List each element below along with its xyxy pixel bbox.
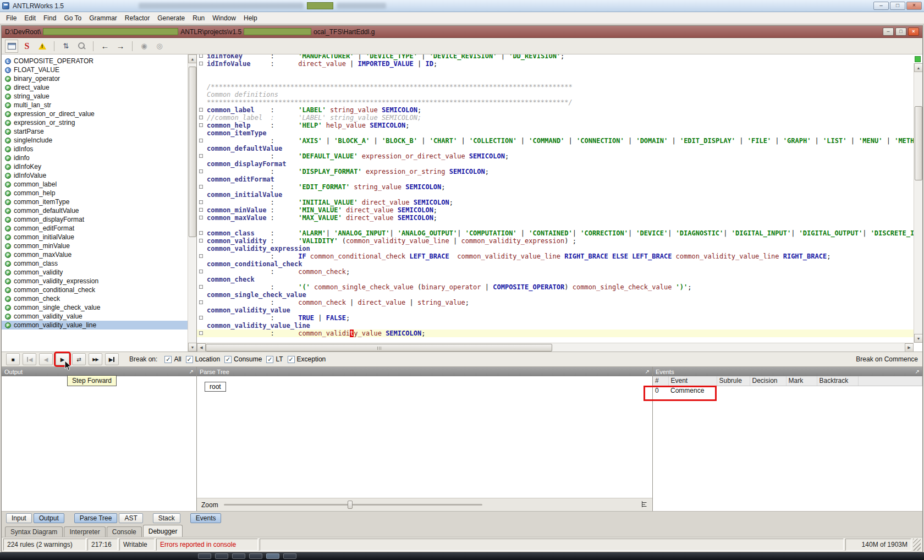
breakpoint-marker[interactable] [199, 123, 203, 127]
tree-layout-icon[interactable] [641, 501, 648, 509]
rule-item-direct-value[interactable]: Pdirect_value [2, 83, 188, 92]
breakpoint-marker[interactable] [199, 185, 203, 189]
breakpoint-marker[interactable] [199, 62, 203, 65]
scroll-down-icon[interactable]: ▼ [914, 334, 922, 343]
rule-item-idinfo[interactable]: Pidinfo [2, 153, 188, 162]
rule-item-startparse[interactable]: PstartParse [2, 127, 188, 136]
breakpoint-marker[interactable] [199, 169, 203, 173]
rule-item-common-validity-expression[interactable]: Pcommon_validity_expression [2, 277, 188, 286]
tab-stack[interactable]: Stack [153, 513, 180, 523]
rule-item-expression-or-string[interactable]: Pexpression_or_string [2, 118, 188, 127]
breakpoint-marker[interactable] [199, 331, 203, 335]
scroll-down-icon[interactable]: ▼ [188, 343, 197, 352]
rule-list[interactable]: LCOMPOSITE_OPERATORLFLOAT_VALUEPbinary_o… [2, 57, 188, 352]
fast-forward-button[interactable]: ▶▶ [89, 353, 102, 365]
resize-grip[interactable] [913, 539, 921, 551]
maximize-button[interactable]: □ [890, 2, 905, 10]
rule-item-common-help[interactable]: Pcommon_help [2, 189, 188, 197]
events-column--[interactable]: # [653, 376, 668, 386]
zoom-slider-thumb[interactable] [348, 501, 353, 509]
tab-parse-tree[interactable]: Parse Tree [74, 513, 118, 523]
step-backward-button[interactable]: ◀ [39, 353, 53, 365]
expand-panel-icon[interactable]: ↗ [189, 369, 194, 375]
rule-item-common-editformat[interactable]: Pcommon_editFormat [2, 224, 188, 233]
rule-item-common-validity-value[interactable]: Pcommon_validity_value [2, 312, 188, 321]
taskbar-button[interactable] [266, 553, 279, 559]
tab-debugger[interactable]: Debugger [143, 525, 183, 537]
rule-item-idinfos[interactable]: PidInfos [2, 145, 188, 153]
parse-tree-root-node[interactable]: root [205, 382, 226, 392]
breakpoint-marker[interactable] [199, 154, 203, 158]
breakpoint-marker[interactable] [199, 270, 203, 273]
checkbox-location[interactable]: ✓ [186, 356, 193, 363]
tab-events[interactable]: Events [190, 513, 222, 523]
rule-item-common-conditional-check[interactable]: Pcommon_conditional_check [2, 286, 188, 294]
minimize-button[interactable]: – [883, 28, 894, 36]
events-column-backtrack[interactable]: Backtrack [817, 376, 858, 386]
rule-item-common-class[interactable]: Pcommon_class [2, 259, 188, 268]
menu-edit[interactable]: Edit [20, 13, 40, 23]
rule-item-common-validity[interactable]: Pcommon_validity [2, 268, 188, 277]
rule-item-string-value[interactable]: Pstring_value [2, 92, 188, 101]
events-column-mark[interactable]: Mark [786, 376, 817, 386]
breakpoint-marker[interactable] [199, 139, 203, 142]
rule-item-common-itemtype[interactable]: Pcommon_itemType [2, 197, 188, 206]
menu-help[interactable]: Help [240, 13, 261, 23]
breakpoint-marker[interactable] [199, 239, 203, 243]
editor-horizontal-scrollbar[interactable]: ◀ ▶ [197, 343, 914, 352]
parse-tree-canvas[interactable]: root [197, 376, 652, 498]
scroll-up-icon[interactable]: ▲ [914, 63, 922, 72]
events-column-event[interactable]: Event [668, 376, 717, 386]
breakpoint-icon[interactable]: ◎ [153, 40, 166, 53]
scrollbar-thumb[interactable] [915, 106, 922, 180]
forward-icon[interactable]: → [114, 40, 127, 53]
tab-syntax-diagram[interactable]: Syntax Diagram [5, 526, 63, 537]
maximize-button[interactable]: □ [895, 28, 906, 36]
breakpoint-marker[interactable] [199, 116, 203, 119]
breakpoint-marker[interactable] [199, 254, 203, 258]
breakpoint-marker[interactable] [199, 316, 203, 320]
editor-vertical-scrollbar[interactable]: ▲ ▼ [914, 63, 922, 343]
breakpoint-marker[interactable] [199, 54, 203, 58]
rule-item-idinfokey[interactable]: PidInfoKey [2, 162, 188, 171]
breakpoint-marker[interactable] [199, 108, 203, 112]
tab-output[interactable]: Output [34, 513, 64, 523]
sort-rules-icon[interactable]: ⇅ [59, 40, 73, 53]
tab-ast[interactable]: AST [119, 513, 142, 523]
menu-grammar[interactable]: Grammar [85, 13, 121, 23]
breakpoint-marker[interactable] [199, 216, 203, 219]
rule-item-expression-or-direct-value[interactable]: Pexpression_or_direct_value [2, 109, 188, 118]
zoom-slider[interactable] [224, 504, 482, 506]
rule-item-common-defaultvalue[interactable]: Pcommon_defaultValue [2, 206, 188, 215]
rule-item-common-minvalue[interactable]: Pcommon_minValue [2, 241, 188, 250]
scrollbar-thumb[interactable] [189, 67, 196, 237]
rule-item-idinfovalue[interactable]: PidInfoValue [2, 171, 188, 180]
stop-button[interactable]: ■ [6, 353, 20, 365]
menu-file[interactable]: File [2, 13, 20, 23]
close-button[interactable]: × [908, 28, 919, 36]
taskbar-button[interactable] [283, 553, 296, 559]
taskbar-button[interactable] [232, 553, 245, 559]
breakpoint-marker[interactable] [199, 300, 203, 304]
checkbox-exception[interactable]: ✓ [288, 356, 295, 363]
menu-find[interactable]: Find [40, 13, 60, 23]
rule-list-scrollbar[interactable]: ▲ ▼ [188, 54, 196, 352]
rule-item-composite-operator[interactable]: LCOMPOSITE_OPERATOR [2, 57, 188, 65]
minimize-button[interactable]: – [873, 2, 889, 10]
breakpoint-marker[interactable] [199, 208, 203, 212]
breakpoint-marker[interactable] [199, 231, 203, 235]
ignore-rule-icon[interactable]: ◉ [138, 40, 151, 53]
menu-generate[interactable]: Generate [153, 13, 189, 23]
scroll-left-icon[interactable]: ◀ [197, 343, 206, 352]
scroll-up-icon[interactable]: ▲ [188, 54, 197, 63]
close-button[interactable]: × [906, 2, 922, 10]
rule-item-common-label[interactable]: Pcommon_label [2, 180, 188, 189]
go-to-end-button[interactable]: ▶ [105, 353, 119, 365]
rule-item-common-check[interactable]: Pcommon_check [2, 294, 188, 303]
scrollbar-thumb[interactable] [206, 344, 552, 352]
expand-panel-icon[interactable]: ↗ [915, 369, 920, 375]
events-column-decision[interactable]: Decision [750, 376, 786, 386]
back-icon[interactable]: ← [98, 40, 112, 53]
rule-item-singleinclude[interactable]: PsingleInclude [2, 136, 188, 145]
rule-item-common-initialvalue[interactable]: Pcommon_initialValue [2, 233, 188, 241]
